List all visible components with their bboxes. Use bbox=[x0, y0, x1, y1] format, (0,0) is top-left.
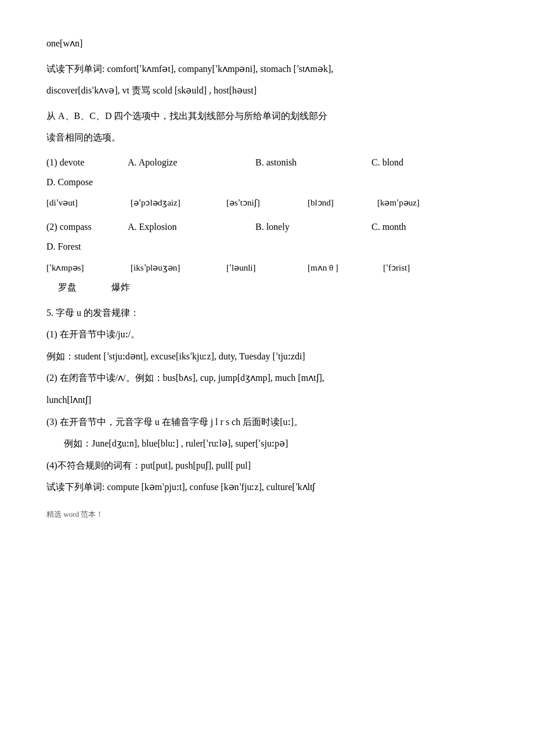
q1-word: (1) devote bbox=[46, 154, 128, 171]
q2-phonetics: [ˈkʌmpəs] [iksˈpləuʒən] [ˈləunli] [mʌn θ… bbox=[46, 260, 488, 276]
q1-p5: [kəmˈpəuz] bbox=[377, 195, 453, 211]
q1-phonetics: [diˈvəut] [əˈpɔlədʒaiz] [əsˈtɔniʃ] [blɔn… bbox=[46, 195, 488, 211]
q1-p2: [əˈpɔlədʒaiz] bbox=[131, 195, 226, 211]
q1-option-d: D. Compose bbox=[46, 174, 488, 191]
q2-option-a: A. Explosion bbox=[128, 219, 255, 236]
q2-p1: [ˈkʌmpəs] bbox=[46, 260, 131, 276]
s5-3-eg: 例如：June[dʒuːn], blue[bluː] , ruler[ˈruːl… bbox=[46, 435, 488, 452]
q2-p3: [ˈləunli] bbox=[226, 260, 308, 276]
text-l4: 从 A、B、C、D 四个选项中，找出其划线部分与所给单词的划线部分 bbox=[46, 107, 488, 125]
q2-p5: [ˈfɔrist] bbox=[383, 260, 459, 276]
q2-cn2: 爆炸 bbox=[111, 279, 130, 296]
question-1: (1) devote A. Apologize B. astonish C. b… bbox=[46, 154, 488, 211]
text-one: one[wʌn] bbox=[46, 35, 488, 52]
s5-item-2: (2) 在闭音节中读/ʌ/。例如：bus[bʌs], cup, jump[dʒʌ… bbox=[46, 369, 488, 408]
s5-item-1: (1) 在开音节中读/juː/。 例如：student [ˈstjuːdənt]… bbox=[46, 326, 488, 365]
q2-chinese: 罗盘 爆炸 bbox=[46, 279, 488, 296]
q1-option-a: A. Apologize bbox=[128, 154, 255, 171]
footer: 精选 word 范本！ bbox=[46, 507, 488, 521]
q2-word: (2) compass bbox=[46, 219, 128, 236]
q2-option-b: B. lonely bbox=[255, 219, 371, 236]
line-one: one[wʌn] bbox=[46, 35, 488, 52]
question-2: (2) compass A. Explosion B. lonely C. mo… bbox=[46, 219, 488, 296]
q1-options-row: (1) devote A. Apologize B. astonish C. b… bbox=[46, 154, 488, 171]
s5-1-text: (1) 在开音节中读/juː/。 bbox=[46, 326, 488, 343]
q2-option-d: D. Forest bbox=[46, 238, 488, 255]
s5-item-5: 试读下列单词: compute [kəmˈpjuːt], confuse [kə… bbox=[46, 478, 488, 496]
q2-p2: [iksˈpləuʒən] bbox=[131, 260, 226, 276]
section-5: 5. 字母 u 的发音规律： (1) 在开音节中读/juː/。 例如：stude… bbox=[46, 304, 488, 496]
q2-p4: [mʌn θ ] bbox=[308, 260, 383, 276]
s5-3-text: (3) 在开音节中，元音字母 u 在辅音字母 j l r s ch 后面时读[u… bbox=[46, 413, 488, 431]
s5-4-text: (4)不符合规则的词有：put[put], push[puʃ], pull[ p… bbox=[46, 457, 488, 474]
q1-p3: [əsˈtɔniʃ] bbox=[226, 195, 308, 211]
s5-title: 5. 字母 u 的发音规律： bbox=[46, 304, 488, 322]
q1-p4: [blɔnd] bbox=[308, 195, 377, 211]
trial-read-block: 试读下列单词: comfort[ˈkʌmfət], company[ˈkʌmpə… bbox=[46, 60, 488, 99]
page-content: one[wʌn] 试读下列单词: comfort[ˈkʌmfət], compa… bbox=[46, 35, 488, 521]
s5-item-4: (4)不符合规则的词有：put[put], push[puʃ], pull[ p… bbox=[46, 457, 488, 474]
s5-1-eg: 例如：student [ˈstjuːdənt], excuse[iksˈkjuː… bbox=[46, 348, 488, 365]
text-l3: discover[disˈkʌvə], vt 责骂 scold [skəuld]… bbox=[46, 82, 488, 99]
q2-cn1: 罗盘 bbox=[58, 279, 77, 296]
q2-option-c: C. month bbox=[371, 219, 476, 236]
s5-item-3: (3) 在开音节中，元音字母 u 在辅音字母 j l r s ch 后面时读[u… bbox=[46, 413, 488, 452]
s5-5-text: 试读下列单词: compute [kəmˈpjuːt], confuse [kə… bbox=[46, 478, 488, 496]
q1-option-c: C. blond bbox=[371, 154, 476, 171]
text-l2: 试读下列单词: comfort[ˈkʌmfət], company[ˈkʌmpə… bbox=[46, 60, 488, 78]
q1-p1: [diˈvəut] bbox=[46, 195, 131, 211]
instruction-block: 从 A、B、C、D 四个选项中，找出其划线部分与所给单词的划线部分 读音相同的选… bbox=[46, 107, 488, 146]
q2-options-row: (2) compass A. Explosion B. lonely C. mo… bbox=[46, 219, 488, 236]
text-l4b: 读音相同的选项。 bbox=[46, 129, 488, 146]
s5-2-text-b: lunch[lʌntʃ] bbox=[46, 391, 488, 409]
q1-option-b: B. astonish bbox=[255, 154, 371, 171]
s5-2-text: (2) 在闭音节中读/ʌ/。例如：bus[bʌs], cup, jump[dʒʌ… bbox=[46, 369, 488, 387]
